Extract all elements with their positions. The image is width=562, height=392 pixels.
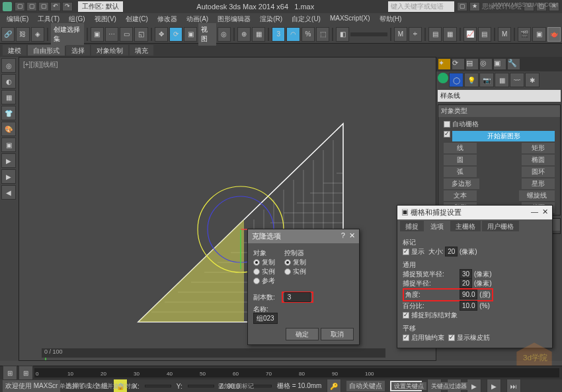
- panel-hierarchy[interactable]: ▤: [465, 58, 479, 70]
- y-field[interactable]: [188, 385, 214, 387]
- vt-dolly[interactable]: ◎: [1, 58, 16, 73]
- menu-create[interactable]: 创建(C): [126, 15, 148, 24]
- setkey-btn[interactable]: 设置关键点: [391, 382, 426, 390]
- vt-cam[interactable]: ▶: [1, 169, 16, 184]
- helpers-icon[interactable]: ▦: [495, 73, 509, 87]
- tool-spinner-snap[interactable]: ⬚: [316, 27, 329, 42]
- menu-graph[interactable]: 图形编辑器: [218, 15, 251, 24]
- snap-radius-spinner[interactable]: 20: [460, 278, 472, 288]
- autokey-btn[interactable]: 自动关键点: [346, 381, 385, 391]
- tool-mirror[interactable]: M: [394, 27, 407, 42]
- addtime-label[interactable]: 添加时间标记: [218, 382, 254, 391]
- vt-scale[interactable]: ▣: [1, 137, 16, 152]
- clone-close-icon[interactable]: ✕: [349, 231, 355, 239]
- axiscon-check[interactable]: [403, 334, 409, 341]
- percent-spinner[interactable]: 10.0: [460, 301, 477, 311]
- btn-line[interactable]: 线: [444, 143, 477, 153]
- tool-window[interactable]: ◱: [134, 27, 147, 42]
- btn-star[interactable]: 星形: [522, 178, 555, 189]
- tool-manip[interactable]: ⊕: [237, 27, 251, 42]
- tb-new[interactable]: ▢: [15, 2, 25, 11]
- tool-scale[interactable]: ▣: [184, 27, 197, 42]
- tool-layers[interactable]: ▤: [428, 27, 442, 42]
- refcoord-dropdown[interactable]: 视图: [198, 23, 216, 46]
- tab-selection[interactable]: 选择: [66, 45, 90, 56]
- tool-unlink[interactable]: ⛓: [16, 27, 29, 42]
- radio-ctrl-copy[interactable]: [284, 259, 291, 266]
- play-next[interactable]: ▶: [487, 379, 501, 392]
- snap-tab-homegrid[interactable]: 主栅格: [450, 221, 481, 231]
- tab-populate[interactable]: 填充: [130, 45, 153, 56]
- vt-shirt[interactable]: 👕: [1, 106, 16, 120]
- help-icon[interactable]: ▢: [457, 2, 467, 11]
- tool-snap[interactable]: 3: [272, 27, 285, 42]
- tool-curve-editor[interactable]: 📈: [463, 27, 477, 42]
- shapes-icon[interactable]: ◯: [449, 73, 463, 87]
- menu-help[interactable]: 帮助(H): [380, 15, 402, 24]
- tool-schematic[interactable]: ▦: [443, 27, 456, 42]
- time-slider[interactable]: 0 / 100: [42, 348, 385, 358]
- search-input[interactable]: 键入关键字或短语: [388, 1, 454, 12]
- category-dropdown[interactable]: 样条线: [438, 90, 561, 102]
- radio-reference[interactable]: [253, 278, 260, 284]
- panel-modify[interactable]: ⟳: [452, 58, 465, 70]
- vt-wire[interactable]: ▦: [1, 90, 16, 104]
- panel-utilities[interactable]: 🔧: [507, 58, 520, 70]
- tool-percent-snap[interactable]: %: [301, 27, 315, 42]
- tb-open[interactable]: ▢: [26, 2, 37, 11]
- tool-bind[interactable]: ◈: [31, 27, 44, 42]
- snap-close-icon[interactable]: ✕: [542, 208, 548, 216]
- objtype-header[interactable]: 对象类型: [438, 105, 560, 117]
- key-icon[interactable]: 🔑: [327, 379, 341, 392]
- tool-name[interactable]: ⋯: [105, 27, 118, 42]
- tool-select[interactable]: ▣: [91, 27, 104, 42]
- signin-icon[interactable]: ★: [469, 2, 480, 11]
- btn-donut[interactable]: 圆环: [522, 167, 555, 177]
- tool-link[interactable]: 🔗: [1, 27, 15, 42]
- tool-rect[interactable]: ▭: [120, 27, 133, 42]
- tool-align[interactable]: ⫩: [409, 27, 422, 42]
- tab-modeling[interactable]: 建模: [3, 45, 26, 56]
- vt-prev[interactable]: ◀: [1, 185, 16, 200]
- tool-render[interactable]: 🫖: [547, 27, 561, 42]
- keyfilter-btn[interactable]: 关键点过滤器: [428, 382, 469, 390]
- tool-render-setup[interactable]: 🎬: [518, 27, 531, 42]
- show-check[interactable]: [403, 249, 409, 255]
- copies-spinner[interactable]: 3: [284, 292, 311, 302]
- panel-display[interactable]: ▣: [493, 58, 506, 70]
- rubber-check[interactable]: [448, 334, 455, 341]
- tb-undo[interactable]: ↶: [50, 2, 61, 11]
- tool-edit-sel[interactable]: ◧: [336, 27, 349, 42]
- tool-material[interactable]: M: [498, 27, 511, 42]
- radio-instance[interactable]: [253, 268, 260, 275]
- btn-arc[interactable]: 弧: [444, 167, 477, 177]
- preview-radius-spinner[interactable]: 30: [460, 269, 472, 279]
- geom-icon[interactable]: [438, 73, 448, 83]
- cancel-button[interactable]: 取消: [321, 328, 354, 340]
- size-spinner[interactable]: 20: [445, 247, 458, 256]
- btn-rect[interactable]: 矩形: [522, 143, 555, 153]
- lights-icon[interactable]: 💡: [464, 73, 479, 87]
- radio-ctrl-instance[interactable]: [284, 268, 291, 275]
- snap-tab-options[interactable]: 选项: [425, 221, 449, 231]
- play-end[interactable]: ⏭: [506, 379, 521, 392]
- snap-tab-snap[interactable]: 捕捉: [400, 221, 424, 231]
- x-field[interactable]: [145, 385, 171, 387]
- named-sel2[interactable]: [350, 32, 387, 36]
- tool-dope[interactable]: ▤: [478, 27, 491, 42]
- workspace-dropdown[interactable]: 工作区: 默认: [78, 1, 123, 12]
- tool-keymode[interactable]: ▦: [252, 27, 265, 42]
- name-field[interactable]: 组023: [253, 313, 278, 324]
- tab-objpaint[interactable]: 对象绘制: [91, 45, 128, 56]
- vt-shade[interactable]: ◐: [1, 74, 16, 89]
- panel-create[interactable]: ✦: [438, 58, 451, 70]
- btn-circle[interactable]: 圆: [444, 155, 477, 165]
- space-icon[interactable]: 〰: [510, 73, 524, 87]
- tool-angle-snap[interactable]: ◠: [286, 27, 300, 42]
- systems-icon[interactable]: ✱: [525, 73, 540, 87]
- tab-freeform[interactable]: 自由形式: [28, 45, 65, 56]
- menu-view[interactable]: 视图(V): [95, 15, 116, 24]
- start-shape-btn[interactable]: 开始新图形: [452, 131, 555, 141]
- named-sel-dropdown[interactable]: 创建选择集: [51, 23, 84, 46]
- btn-ellipse[interactable]: 椭圆: [522, 155, 555, 165]
